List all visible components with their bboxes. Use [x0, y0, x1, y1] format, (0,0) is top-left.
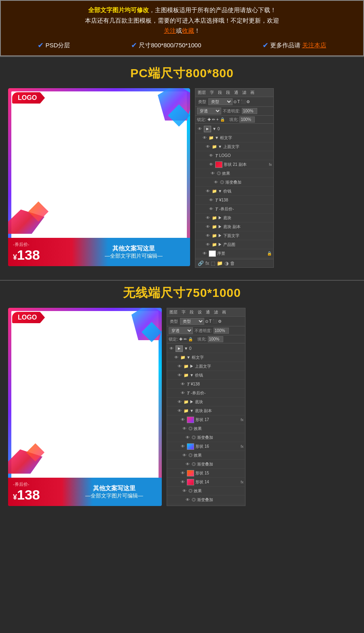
- layer-11[interactable]: 👁 📁 ▶ 底块 副本: [195, 222, 273, 231]
- ps2-tab-frame[interactable]: 画: [222, 309, 226, 315]
- ps-tab-set[interactable]: 段: [226, 90, 230, 95]
- eye-8[interactable]: 👁: [208, 198, 214, 202]
- eye-6[interactable]: 👁: [213, 180, 219, 184]
- ps-group-icon[interactable]: 📁: [217, 260, 223, 266]
- ps2-tab-para[interactable]: 段: [190, 309, 194, 315]
- eye-3[interactable]: 👁: [208, 153, 214, 158]
- layer-4[interactable]: 👁 形状 21 副本 fx: [195, 160, 273, 169]
- ps-tab-channel[interactable]: 通: [234, 90, 238, 95]
- l2-eye-3[interactable]: 👁: [177, 373, 182, 377]
- ps-tab-char[interactable]: 字: [210, 90, 214, 95]
- ps2-tab-set[interactable]: 设: [198, 309, 202, 315]
- l2-17[interactable]: 👁 ◎ 渐变叠加: [167, 495, 245, 504]
- eye-4[interactable]: 👁: [208, 162, 214, 167]
- ps-trash-icon[interactable]: 🗑: [230, 260, 235, 266]
- eye-0[interactable]: 👁: [197, 127, 203, 131]
- layer-5[interactable]: 👁 ◎ 效果: [195, 169, 273, 178]
- l2-11[interactable]: 👁 形状 16 fx: [167, 442, 245, 451]
- ps2-blend-select[interactable]: 穿透: [169, 327, 193, 334]
- eye-1[interactable]: 👁: [202, 135, 207, 140]
- l2-3[interactable]: 👁 📁 ▼ 价钱: [167, 371, 245, 380]
- l2-eye-13[interactable]: 👁: [185, 462, 190, 466]
- l2-18[interactable]: 👁 形状 13 fx: [167, 504, 245, 506]
- l2-eye-15[interactable]: 👁: [180, 480, 186, 484]
- l2-5[interactable]: 👁 T -券后价-: [167, 389, 245, 398]
- eye-13[interactable]: 👁: [205, 242, 211, 247]
- icon-a[interactable]: ⊙: [233, 100, 237, 104]
- l2-6[interactable]: 👁 📁 ▶ 底块: [167, 398, 245, 406]
- l2-15[interactable]: 👁 形状 14 fx: [167, 478, 245, 487]
- l2-eye-9[interactable]: 👁: [182, 426, 187, 431]
- eye-11[interactable]: 👁: [205, 224, 211, 229]
- l2-8[interactable]: 👁 形状 17 fx: [167, 415, 245, 424]
- ps-fx-icon[interactable]: fx: [205, 260, 209, 266]
- l2-eye-1[interactable]: 👁: [174, 355, 179, 360]
- l2-eye-10[interactable]: 👁: [185, 435, 190, 440]
- ps2-type-select[interactable]: 类型: [180, 318, 204, 325]
- l2-2[interactable]: 👁 📁 ▶ 上面文字: [167, 362, 245, 371]
- banner-link-store[interactable]: 关注本店: [302, 40, 326, 51]
- l2-16[interactable]: 👁 ◎ 效果: [167, 487, 245, 495]
- l2-eye-8[interactable]: 👁: [180, 417, 186, 422]
- ps2-tab-layers[interactable]: 图层: [169, 309, 178, 315]
- l2-eye-2[interactable]: 👁: [177, 364, 182, 368]
- l2-eye-16[interactable]: 👁: [182, 489, 187, 493]
- l2-eye-4[interactable]: 👁: [180, 382, 186, 386]
- layer-0[interactable]: 👁 ▶ ▼ 0: [195, 125, 273, 133]
- l2-eye-6[interactable]: 👁: [177, 400, 182, 404]
- ps-tab-filter[interactable]: 滤: [242, 90, 246, 95]
- l2-9[interactable]: 👁 ◎ 效果: [167, 424, 245, 433]
- layer-1[interactable]: 👁 📁 ▼ 框文字: [195, 133, 273, 142]
- layer-14[interactable]: 👁 序景 🔒: [195, 249, 273, 258]
- layer-7[interactable]: 👁 📁 ▼ 价钱: [195, 187, 273, 196]
- eye-9[interactable]: 👁: [208, 207, 214, 211]
- eye-10[interactable]: 👁: [205, 216, 211, 220]
- l2-1[interactable]: 👁 📁 ▼ 框文字: [167, 353, 245, 362]
- eye-2[interactable]: 👁: [205, 144, 211, 149]
- ps-tab-frame[interactable]: 画: [250, 90, 254, 95]
- ps2-icon-lock-draw[interactable]: ✏: [184, 337, 187, 341]
- ps2-fill-input[interactable]: [208, 336, 223, 342]
- l2-eye-12[interactable]: 👁: [182, 453, 187, 457]
- ps2-icon-lock-all[interactable]: 🔒: [188, 337, 193, 341]
- ps2-tab-channel[interactable]: 通: [206, 309, 210, 315]
- icon-lock-all[interactable]: 🔒: [220, 117, 225, 122]
- icon-c[interactable]: ⬛: [241, 100, 245, 104]
- ps2-icon-b[interactable]: T: [209, 319, 212, 324]
- eye-7[interactable]: 👁: [205, 189, 211, 193]
- icon-lock-draw[interactable]: ✏: [212, 117, 215, 122]
- ps2-tab-filter[interactable]: 滤: [214, 309, 218, 315]
- ps-opacity-input[interactable]: [242, 108, 257, 114]
- ps-fill-input[interactable]: [239, 116, 255, 123]
- l2-eye-11[interactable]: 👁: [180, 444, 186, 449]
- layer-6[interactable]: 👁 ◎ 渐变叠加: [195, 178, 273, 187]
- ps-mask-icon[interactable]: ⬚: [211, 260, 215, 266]
- layer-3[interactable]: 👁 T LOGO: [195, 151, 273, 160]
- l2-12[interactable]: 👁 ◎ 效果: [167, 451, 245, 460]
- layer-13[interactable]: 👁 📁 ▶ 产品图: [195, 240, 273, 249]
- ps-type-select[interactable]: 类型: [208, 98, 233, 105]
- banner-link-follow[interactable]: 关注: [164, 27, 176, 34]
- layer-2[interactable]: 👁 📁 ▼ 上面文字: [195, 142, 273, 151]
- l2-7[interactable]: 👁 📁 ▼ 底块 副本: [167, 406, 245, 415]
- layer-10[interactable]: 👁 📁 ▶ 底块: [195, 214, 273, 222]
- ps2-icon-a[interactable]: ⊙: [205, 319, 208, 324]
- l2-4[interactable]: 👁 T ¥138: [167, 380, 245, 389]
- ps-adj-icon[interactable]: ◑: [224, 260, 229, 266]
- layer-12[interactable]: 👁 📁 ▶ 下面文字: [195, 231, 273, 240]
- eye-12[interactable]: 👁: [205, 233, 211, 238]
- l2-13[interactable]: 👁 ◎ 渐变叠加: [167, 460, 245, 469]
- ps2-icon-c[interactable]: ⬛: [212, 319, 217, 324]
- ps-tab-layers[interactable]: 图层: [198, 90, 206, 95]
- ps-blend-select[interactable]: 穿透: [197, 108, 221, 114]
- icon-d[interactable]: ⚙: [246, 100, 250, 104]
- icon-b[interactable]: T: [237, 100, 240, 104]
- l2-eye-14[interactable]: 👁: [180, 471, 186, 475]
- ps2-tab-char[interactable]: 字: [182, 309, 186, 315]
- layer-8[interactable]: 👁 T ¥138: [195, 196, 273, 205]
- icon-lock-px[interactable]: +: [216, 117, 219, 122]
- ps2-icon-d[interactable]: ⚙: [218, 319, 222, 324]
- banner-link-collect[interactable]: 收藏: [182, 27, 194, 34]
- ps-tab-para[interactable]: 段: [218, 90, 222, 95]
- ps-link-icon[interactable]: 🔗: [198, 260, 204, 266]
